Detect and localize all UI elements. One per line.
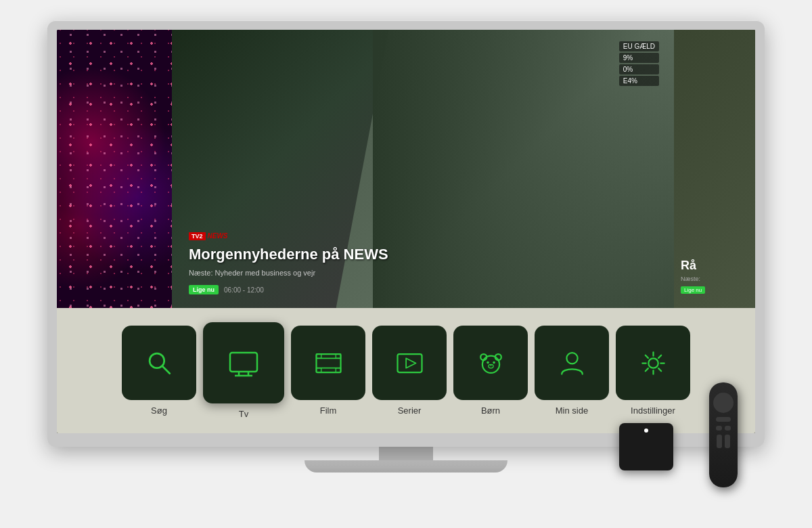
map-stats: EU GÆLD 9% 0% E4% (618, 40, 660, 87)
nav-icon-box-search (122, 326, 196, 400)
bokeh-dots (57, 30, 172, 308)
tv2-logo: TV2 (189, 232, 206, 240)
nav-icon-box-born (453, 326, 528, 400)
hero-title: Morgennyhederne på NEWS (189, 246, 456, 263)
svg-rect-6 (316, 354, 340, 372)
hero-text-content: TV2 NEWS Morgennyhederne på NEWS Næste: … (172, 219, 473, 308)
nav-item-min-side[interactable]: Min side (535, 326, 609, 416)
tv-icon (227, 346, 261, 380)
remote-vol-down (725, 435, 730, 448)
nav-icon-box-min-side (535, 326, 609, 400)
time-text: 06:00 - 12:00 (224, 286, 264, 294)
nav-label-born: Børn (481, 405, 500, 416)
svg-line-1 (162, 366, 170, 374)
tv-screen: EU GÆLD 9% 0% E4% TV2 NEWS Morgennyheder… (57, 30, 755, 433)
nav-item-born[interactable]: Børn (453, 326, 528, 416)
tv-stand-neck (379, 447, 433, 460)
hero-center: EU GÆLD 9% 0% E4% TV2 NEWS Morgennyheder… (172, 30, 674, 308)
stat-item-3: E4% (619, 76, 659, 86)
svg-point-23 (648, 358, 658, 368)
hero-meta: Lige nu 06:00 - 12:00 (189, 285, 456, 294)
nav-item-search[interactable]: Søg (122, 326, 196, 416)
hero-section: EU GÆLD 9% 0% E4% TV2 NEWS Morgennyheder… (57, 30, 755, 308)
nav-item-indstillinger[interactable]: Indstillinger (616, 326, 690, 416)
nav-icon-box-film (291, 326, 365, 400)
right-live-badge: Lige nu (681, 286, 705, 294)
svg-point-18 (487, 361, 489, 364)
hero-left-panel (57, 30, 172, 308)
remote-btn-left (716, 426, 722, 431)
remote-vol-up (717, 435, 722, 448)
gear-icon (638, 348, 669, 378)
channel-badge: TV2 NEWS (189, 232, 456, 240)
remote-btn-row (716, 426, 731, 431)
right-subtitle: Næste: (681, 276, 705, 282)
svg-line-28 (645, 355, 648, 357)
stat-item-2: 0% (619, 64, 659, 74)
bear-icon (476, 348, 506, 378)
nav-item-film[interactable]: Film (291, 326, 365, 416)
tv-stand-base (304, 460, 508, 472)
nav-item-serier[interactable]: Serier (372, 326, 447, 416)
nav-label-search: Søg (151, 405, 167, 416)
svg-rect-2 (230, 353, 257, 372)
nav-label-serier: Serier (398, 405, 422, 416)
apple-tv-box (619, 423, 673, 470)
right-panel-text: Rå Næste: Lige nu (681, 259, 705, 294)
apple-tv-light (644, 428, 648, 433)
remote (709, 382, 738, 487)
svg-point-22 (566, 353, 577, 364)
nav-item-tv[interactable]: Tv (203, 322, 284, 419)
tv-bezel: EU GÆLD 9% 0% E4% TV2 NEWS Morgennyheder… (47, 20, 765, 447)
nav-icon-box-serier (372, 326, 447, 400)
search-icon (144, 348, 175, 378)
remote-menu-btn (716, 417, 731, 422)
nav-label-tv: Tv (239, 409, 248, 419)
screen-content: EU GÆLD 9% 0% E4% TV2 NEWS Morgennyheder… (57, 30, 755, 433)
nav-icon-box-tv (203, 322, 284, 403)
nav-label-film: Film (320, 405, 337, 416)
stat-item-eu: EU GÆLD (619, 41, 659, 51)
news-label: NEWS (208, 232, 228, 240)
svg-marker-14 (406, 358, 415, 368)
svg-line-31 (645, 368, 648, 371)
svg-line-30 (658, 355, 661, 357)
remote-touch-pad (713, 393, 734, 413)
svg-point-19 (493, 361, 495, 364)
play-icon (394, 348, 425, 378)
nav-section: Søg Tv (57, 308, 755, 433)
svg-rect-13 (397, 354, 422, 372)
nav-icon-box-indstillinger (616, 326, 690, 400)
nav-label-min-side: Min side (556, 405, 588, 416)
hero-subtitle: Næste: Nyheder med business og vejr (189, 269, 456, 277)
svg-line-29 (658, 368, 661, 371)
tv-wrapper: EU GÆLD 9% 0% E4% TV2 NEWS Morgennyheder… (34, 20, 778, 508)
remote-vol-row (717, 435, 730, 448)
remote-wrapper (709, 382, 738, 487)
person-icon (557, 348, 587, 378)
right-title: Rå (681, 259, 705, 273)
stat-item-1: 9% (619, 53, 659, 63)
film-icon (313, 348, 344, 378)
hero-right-panel: Rå Næste: Lige nu (674, 30, 755, 308)
live-badge: Lige nu (189, 285, 219, 294)
nav-label-indstillinger: Indstillinger (631, 405, 675, 416)
remote-btn-right (725, 426, 731, 431)
